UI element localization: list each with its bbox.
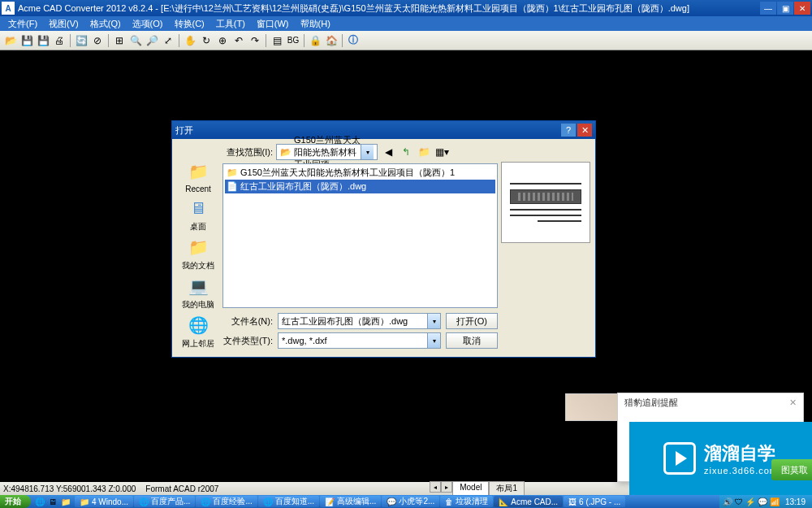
cancel-button[interactable]: 取消 bbox=[446, 332, 498, 349]
dialog-close-button[interactable]: ✕ bbox=[577, 124, 592, 137]
refresh-icon[interactable]: 🔄 bbox=[74, 33, 89, 48]
watermark: 溜溜自学 zixue.3d66.com 图莫取 bbox=[629, 422, 812, 495]
open-icon[interactable]: 📂 bbox=[3, 33, 18, 48]
info-icon[interactable]: ⓘ bbox=[346, 33, 361, 48]
zoom-in-icon[interactable]: 🔍 bbox=[128, 33, 143, 48]
save-all-icon[interactable]: 💾 bbox=[36, 33, 50, 48]
menu-tools[interactable]: 工具(T) bbox=[211, 16, 250, 32]
close-icon[interactable]: ✕ bbox=[789, 397, 797, 408]
menu-view[interactable]: 视图(V) bbox=[44, 16, 84, 32]
taskbar-item[interactable]: 📝高级编辑... bbox=[320, 496, 381, 507]
preview-thumbnail bbox=[501, 162, 590, 243]
filename-input[interactable]: 红古工业园布孔图（陇西）.dwg ▾ bbox=[278, 313, 441, 329]
place-recent[interactable]: 📁 Recent bbox=[179, 160, 218, 193]
save-icon[interactable]: 💾 bbox=[19, 33, 34, 48]
orbit-icon[interactable]: ⊕ bbox=[215, 33, 230, 48]
computer-icon: 💻 bbox=[185, 275, 211, 297]
place-network[interactable]: 🌐 网上邻居 bbox=[179, 314, 218, 350]
stop-icon[interactable]: ⊘ bbox=[90, 33, 105, 48]
taskbar-item[interactable]: 🌐百度知道... bbox=[258, 496, 319, 507]
filetype-value: *.dwg, *.dxf bbox=[279, 336, 427, 345]
tab-prev-button[interactable]: ◂ bbox=[430, 481, 441, 493]
maximize-button[interactable]: ▣ bbox=[777, 2, 793, 15]
new-folder-button[interactable]: 📁 bbox=[417, 145, 431, 159]
tray-icon[interactable]: 🔊 bbox=[723, 497, 732, 506]
back-button[interactable]: ◀ bbox=[381, 145, 395, 159]
bg-toggle[interactable]: BG bbox=[286, 33, 300, 48]
zoom-out-icon[interactable]: 🔎 bbox=[145, 33, 159, 48]
menu-help[interactable]: 帮助(H) bbox=[296, 16, 335, 32]
taskbar-item[interactable]: 💬小虎等2... bbox=[382, 496, 439, 507]
watermark-url: zixue.3d66.com bbox=[704, 466, 778, 475]
play-icon bbox=[663, 442, 696, 475]
menu-format[interactable]: 格式(Q) bbox=[85, 16, 126, 32]
open-dialog: 打开 ? ✕ 📁 Recent 🖥 桌面 📁 我的文档 💻 我的电脑 🌐 bbox=[171, 120, 596, 358]
preview-pane bbox=[501, 144, 590, 352]
pan-icon[interactable]: ✋ bbox=[183, 33, 197, 48]
menu-window[interactable]: 窗口(W) bbox=[252, 16, 294, 32]
dialog-help-button[interactable]: ? bbox=[561, 124, 576, 137]
lookin-dropdown[interactable]: 📂 G150兰州蓝天太阳能光热新材料工业园项 ▾ bbox=[276, 144, 378, 160]
list-item-selected[interactable]: 📄 红古工业园布孔图（陇西）.dwg bbox=[225, 180, 495, 193]
tab-model[interactable]: Model bbox=[452, 481, 489, 496]
zoom-extents-icon[interactable]: ⤢ bbox=[161, 33, 175, 48]
menu-file[interactable]: 文件(F) bbox=[3, 16, 42, 32]
app-icon: A bbox=[2, 2, 15, 15]
taskbar-item[interactable]: 📁4 Windo... bbox=[75, 496, 133, 507]
start-button[interactable]: 开始 bbox=[0, 495, 31, 508]
rotate-icon[interactable]: ↻ bbox=[199, 33, 214, 48]
print-icon[interactable]: 🖨 bbox=[52, 33, 67, 48]
file-list[interactable]: 📁 G150兰州蓝天太阳能光热新材料工业园项目（陇西）1 📄 红古工业园布孔图（… bbox=[222, 163, 498, 308]
place-mycomputer[interactable]: 💻 我的电脑 bbox=[179, 275, 218, 310]
menu-bar: 文件(F) 视图(V) 格式(Q) 选项(O) 转换(C) 工具(T) 窗口(W… bbox=[0, 16, 812, 31]
coordinates: X:494816.713 Y:569001.343 Z:0.000 bbox=[3, 484, 136, 493]
dialog-title: 打开 bbox=[175, 124, 561, 137]
tray-icon[interactable]: 💬 bbox=[758, 497, 767, 506]
minimize-button[interactable]: — bbox=[760, 2, 776, 15]
place-mydocs[interactable]: 📁 我的文档 bbox=[179, 236, 218, 271]
ie-icon[interactable]: 🌐 bbox=[34, 496, 45, 507]
watermark-button[interactable]: 图莫取 bbox=[771, 459, 812, 480]
close-button[interactable]: ✕ bbox=[794, 2, 810, 15]
taskbar-item-active[interactable]: 📐Acme CAD... bbox=[494, 496, 563, 507]
place-desktop[interactable]: 🖥 桌面 bbox=[179, 197, 218, 232]
folder-icon: 📂 bbox=[280, 147, 292, 158]
taskbar-item[interactable]: 🖼6 (.JPG - ... bbox=[564, 496, 625, 507]
tray-icon[interactable]: 📶 bbox=[770, 497, 780, 506]
tray-icon[interactable]: 🛡 bbox=[735, 497, 743, 506]
view-menu-button[interactable]: ▦▾ bbox=[434, 145, 449, 159]
place-label: 网上邻居 bbox=[179, 338, 218, 350]
taskbar-item[interactable]: 🌐百度产品... bbox=[134, 496, 195, 507]
home-icon[interactable]: 🏠 bbox=[324, 33, 339, 48]
desktop-icon[interactable]: 🖥 bbox=[47, 496, 58, 507]
window-titlebar: A Acme CAD Converter 2012 v8.2.4 - [E:\进… bbox=[0, 0, 812, 16]
menu-convert[interactable]: 转换(C) bbox=[170, 16, 209, 32]
menu-options[interactable]: 选项(O) bbox=[127, 16, 168, 32]
redo-icon[interactable]: ↷ bbox=[248, 33, 262, 48]
desktop-icon: 🖥 bbox=[185, 197, 211, 219]
folder-icon[interactable]: 📁 bbox=[60, 496, 71, 507]
lookin-label: 查找范围(I): bbox=[222, 146, 273, 158]
taskbar-item[interactable]: 🗑垃圾清理 bbox=[440, 496, 493, 507]
folder-icon: 📁 bbox=[185, 160, 211, 183]
up-button[interactable]: ↰ bbox=[399, 145, 413, 159]
undo-icon[interactable]: ↶ bbox=[231, 33, 246, 48]
taskbar-item[interactable]: 🌐百度经验... bbox=[196, 496, 257, 507]
list-item[interactable]: 📁 G150兰州蓝天太阳能光热新材料工业园项目（陇西）1 bbox=[225, 166, 495, 180]
quick-launch: 🌐 🖥 📁 bbox=[31, 496, 75, 507]
tab-next-button[interactable]: ▸ bbox=[441, 481, 452, 493]
network-icon: 🌐 bbox=[185, 314, 211, 336]
clock[interactable]: 13:19 bbox=[782, 497, 809, 506]
filetype-dropdown[interactable]: *.dwg, *.dxf ▾ bbox=[278, 332, 441, 349]
filetype-label: 文件类型(T): bbox=[222, 335, 273, 347]
zoom-window-icon[interactable]: ⊞ bbox=[112, 33, 127, 48]
chevron-down-icon[interactable]: ▾ bbox=[427, 333, 440, 348]
chevron-down-icon[interactable]: ▾ bbox=[427, 314, 440, 328]
lock-icon[interactable]: 🔒 bbox=[308, 33, 322, 48]
open-button[interactable]: 打开(O) bbox=[446, 313, 498, 329]
tab-layout1[interactable]: 布局1 bbox=[489, 481, 525, 496]
file-name: G150兰州蓝天太阳能光热新材料工业园项目（陇西）1 bbox=[240, 167, 455, 179]
tray-icon[interactable]: ⚡ bbox=[745, 497, 755, 506]
layers-icon[interactable]: ▤ bbox=[270, 33, 284, 48]
chevron-down-icon: ▾ bbox=[361, 145, 374, 159]
